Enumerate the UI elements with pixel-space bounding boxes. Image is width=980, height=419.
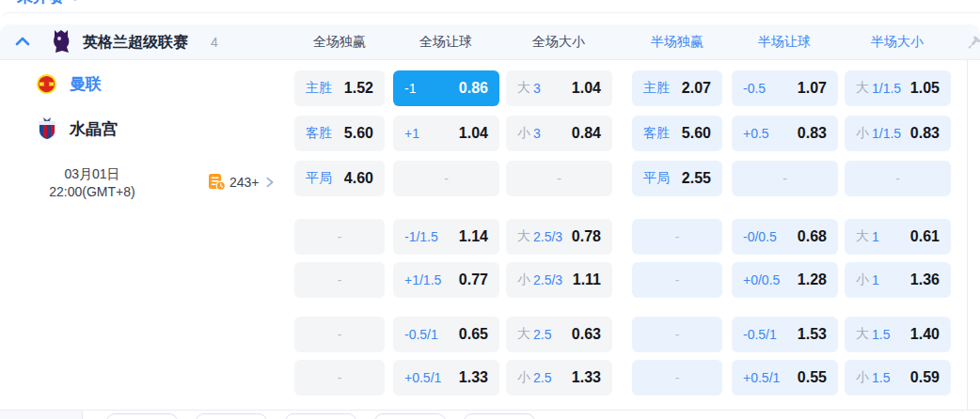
odds-cell[interactable]: 大2.50.63 <box>506 317 612 352</box>
odds-cell[interactable]: 客胜5.60 <box>632 116 722 151</box>
odds-cell[interactable]: -0.5/10.65 <box>393 317 499 352</box>
odds-cell-empty: - <box>294 317 385 352</box>
over-under-side: 大 <box>517 228 530 245</box>
over-under-side: 小 <box>517 272 530 288</box>
over-under-line: 1.5 <box>872 370 890 385</box>
home-team-row[interactable]: 曼联 <box>36 72 102 96</box>
odds-cell[interactable]: 大10.61 <box>845 219 951 255</box>
over-under-side: 大 <box>856 80 869 97</box>
odds-cell[interactable]: 主胜1.52 <box>294 70 385 106</box>
odds-value: 0.59 <box>910 369 940 386</box>
market-pill[interactable] <box>106 413 178 419</box>
odds-cell[interactable]: -0.5/11.53 <box>732 317 838 352</box>
odds-value: 5.60 <box>344 125 373 142</box>
odds-cell[interactable]: +0/0.51.28 <box>732 262 838 298</box>
more-markets-link[interactable]: 243+ <box>208 173 277 191</box>
odds-value: 2.07 <box>682 80 711 97</box>
column-header-ft-overunder[interactable]: 全场大小 <box>502 34 615 51</box>
over-under-side: 小 <box>517 369 530 386</box>
odds-cell[interactable]: -1/1.51.14 <box>393 219 499 255</box>
odds-cell[interactable]: +0.50.83 <box>732 116 838 151</box>
chevron-up-icon <box>14 34 31 49</box>
odds-cell[interactable]: 大2.5/30.78 <box>506 219 612 255</box>
no-odds-dash: - <box>338 229 342 244</box>
odds-value: 0.83 <box>798 125 827 142</box>
bet-type-label: 客胜 <box>643 125 670 142</box>
over-under-line: 1/1.5 <box>872 126 901 141</box>
over-under-line: 2.5 <box>533 370 551 385</box>
handicap-line: +0/0.5 <box>743 272 780 287</box>
odds-cell[interactable]: -0/0.50.68 <box>732 219 838 255</box>
odds-cell[interactable]: -10.86 <box>393 70 499 106</box>
column-header-ft-1x2[interactable]: 全场独赢 <box>283 34 396 51</box>
away-team-row[interactable]: 水晶宫 <box>36 117 118 141</box>
odds-cell[interactable]: 小2.51.33 <box>506 360 612 396</box>
bet-type-label: 客胜 <box>306 125 332 142</box>
odds-cell[interactable]: 小2.5/31.11 <box>506 262 612 298</box>
odds-value: 1.04 <box>572 80 601 97</box>
no-odds-dash: - <box>675 229 680 244</box>
odds-cell[interactable]: 主胜2.07 <box>632 70 722 106</box>
market-pill[interactable] <box>285 413 356 419</box>
odds-value: 1.07 <box>798 80 827 97</box>
match-datetime: 03月01日 22:00(GMT+8) <box>17 165 167 201</box>
no-odds-dash: - <box>675 370 680 385</box>
collapse-button[interactable] <box>14 34 31 49</box>
no-odds-dash: - <box>338 327 342 342</box>
match-date: 03月01日 <box>17 165 167 183</box>
card-top-edge <box>0 12 980 23</box>
bet-type-label: 平局 <box>306 170 332 187</box>
pin-icon[interactable] <box>966 36 980 51</box>
odds-value: 1.33 <box>459 369 488 386</box>
handicap-line: -0.5/1 <box>404 327 438 342</box>
odds-cell[interactable]: 平局4.60 <box>294 161 385 196</box>
over-under-line: 2.5/3 <box>533 272 562 287</box>
odds-cell[interactable]: 小30.84 <box>506 116 612 151</box>
odds-cell[interactable]: 大1.51.40 <box>845 317 951 352</box>
over-under-line: 3 <box>533 81 541 96</box>
odds-value: 1.33 <box>572 369 601 386</box>
match-time: 22:00(GMT+8) <box>17 183 167 201</box>
over-under-side: 大 <box>517 80 530 97</box>
handicap-line: +0.5 <box>743 126 769 141</box>
odds-cell-empty: - <box>632 360 722 396</box>
odds-cell[interactable]: +11.04 <box>393 116 499 151</box>
column-header-ht-handicap[interactable]: 半场让球 <box>728 34 841 51</box>
more-markets-count: 243+ <box>229 175 260 190</box>
odds-value: 0.84 <box>572 125 601 142</box>
over-under-line: 3 <box>533 126 541 141</box>
over-under-side: 小 <box>856 125 869 142</box>
market-pill[interactable] <box>464 413 535 419</box>
over-under-line: 1.5 <box>872 327 890 342</box>
over-under-side: 小 <box>856 369 869 386</box>
odds-panel: 未开赛 英格兰超级联赛 4 全场独赢 全场让球 全场大小 半场独赢 半场让球 半… <box>0 0 980 419</box>
odds-cell-empty: - <box>294 360 385 396</box>
column-header-ht-overunder[interactable]: 半场大小 <box>841 34 954 51</box>
odds-cell[interactable]: -0.51.07 <box>732 70 838 106</box>
odds-cell-empty: - <box>632 262 722 298</box>
odds-cell[interactable]: 小1/1.50.83 <box>845 116 951 151</box>
odds-cell[interactable]: 小1.50.59 <box>845 360 951 396</box>
odds-cell[interactable]: +0.5/11.33 <box>393 360 499 396</box>
odds-cell[interactable]: 大1/1.51.05 <box>845 70 951 106</box>
odds-cell[interactable]: 客胜5.60 <box>294 116 385 151</box>
right-divider <box>967 60 968 410</box>
no-odds-dash: - <box>782 171 787 186</box>
market-pill[interactable] <box>374 413 446 419</box>
column-header-ft-handicap[interactable]: 全场让球 <box>389 34 502 51</box>
over-under-line: 1 <box>872 272 879 287</box>
chevron-right-icon <box>263 176 277 189</box>
odds-cell[interactable]: +1/1.50.77 <box>393 262 499 298</box>
away-team-name: 水晶宫 <box>70 118 118 140</box>
odds-cell-empty: - <box>632 219 722 255</box>
odds-value: 5.60 <box>682 125 711 142</box>
odds-cell[interactable]: 小11.36 <box>845 262 951 298</box>
odds-value: 1.53 <box>798 326 827 343</box>
tab-not-started[interactable]: 未开赛 <box>17 0 80 8</box>
odds-cell[interactable]: +0.5/10.55 <box>732 360 838 396</box>
column-header-ht-1x2[interactable]: 半场独赢 <box>621 34 734 51</box>
over-under-side: 大 <box>856 326 869 343</box>
market-pill[interactable] <box>196 413 267 419</box>
odds-cell[interactable]: 平局2.55 <box>632 161 722 196</box>
odds-cell[interactable]: 大31.04 <box>506 70 612 106</box>
